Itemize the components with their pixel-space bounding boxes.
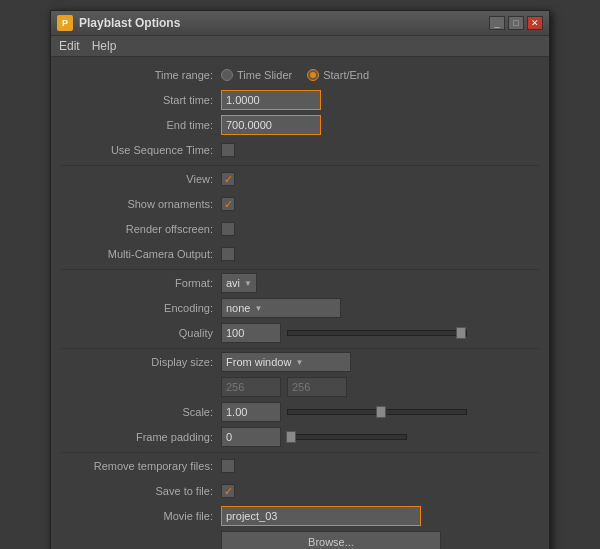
render-offscreen-row: Render offscreen:: [61, 219, 539, 239]
start-time-label: Start time:: [61, 94, 221, 106]
dimensions-inputs: [221, 377, 347, 397]
encoding-row: Encoding: none ▼: [61, 298, 539, 318]
encoding-dropdown[interactable]: none ▼: [221, 298, 341, 318]
quality-slider-container: [221, 323, 467, 343]
radio-start-end-label: Start/End: [323, 69, 369, 81]
render-offscreen-label: Render offscreen:: [61, 223, 221, 235]
menu-edit[interactable]: Edit: [59, 39, 80, 53]
format-row: Format: avi ▼: [61, 273, 539, 293]
time-range-radio-group: Time Slider Start/End: [221, 69, 369, 81]
close-window-button[interactable]: ✕: [527, 16, 543, 30]
movie-file-input[interactable]: [221, 506, 421, 526]
window-icon: P: [57, 15, 73, 31]
end-time-label: End time:: [61, 119, 221, 131]
quality-row: Quality: [61, 323, 539, 343]
time-range-row: Time range: Time Slider Start/End: [61, 65, 539, 85]
encoding-dropdown-arrow: ▼: [254, 304, 262, 313]
show-ornaments-row: Show ornaments: ✓: [61, 194, 539, 214]
encoding-label: Encoding:: [61, 302, 221, 314]
scale-slider-container: [221, 402, 467, 422]
frame-padding-container: [221, 427, 407, 447]
main-window: P Playblast Options _ □ ✕ Edit Help Time…: [50, 10, 550, 549]
browse-row: Browse...: [61, 531, 539, 549]
format-label: Format:: [61, 277, 221, 289]
multi-camera-row: Multi-Camera Output:: [61, 244, 539, 264]
separator-4: [61, 452, 539, 453]
quality-input[interactable]: [221, 323, 281, 343]
start-time-row: Start time:: [61, 90, 539, 110]
save-to-file-row: Save to file: ✓: [61, 481, 539, 501]
form-section: Time range: Time Slider Start/End Start …: [51, 57, 549, 549]
frame-padding-row: Frame padding:: [61, 427, 539, 447]
display-size-label: Display size:: [61, 356, 221, 368]
display-size-dropdown[interactable]: From window ▼: [221, 352, 351, 372]
display-size-dropdown-arrow: ▼: [295, 358, 303, 367]
radio-circle-time-slider: [221, 69, 233, 81]
movie-file-row: Movie file:: [61, 506, 539, 526]
minimize-button[interactable]: _: [489, 16, 505, 30]
frame-padding-input[interactable]: [221, 427, 281, 447]
remove-temp-checkbox[interactable]: [221, 459, 235, 473]
maximize-button[interactable]: □: [508, 16, 524, 30]
display-size-value: From window: [226, 356, 291, 368]
display-size-row: Display size: From window ▼: [61, 352, 539, 372]
scale-row: Scale:: [61, 402, 539, 422]
view-label: View:: [61, 173, 221, 185]
end-time-row: End time:: [61, 115, 539, 135]
window-title: Playblast Options: [79, 16, 180, 30]
separator-3: [61, 348, 539, 349]
use-seq-time-label: Use Sequence Time:: [61, 144, 221, 156]
format-dropdown-arrow: ▼: [244, 279, 252, 288]
menu-help[interactable]: Help: [92, 39, 117, 53]
title-left: P Playblast Options: [57, 15, 180, 31]
browse-button[interactable]: Browse...: [221, 531, 441, 549]
time-range-label: Time range:: [61, 69, 221, 81]
scale-label: Scale:: [61, 406, 221, 418]
frame-padding-slider-track[interactable]: [287, 434, 407, 440]
remove-temp-label: Remove temporary files:: [61, 460, 221, 472]
dimensions-row: [61, 377, 539, 397]
radio-time-slider-label: Time Slider: [237, 69, 292, 81]
frame-padding-slider-handle[interactable]: [286, 431, 296, 443]
multi-camera-checkbox[interactable]: [221, 247, 235, 261]
use-seq-time-row: Use Sequence Time:: [61, 140, 539, 160]
width-input[interactable]: [221, 377, 281, 397]
multi-camera-label: Multi-Camera Output:: [61, 248, 221, 260]
radio-start-end[interactable]: Start/End: [307, 69, 369, 81]
use-seq-time-checkbox[interactable]: [221, 143, 235, 157]
encoding-value: none: [226, 302, 250, 314]
menu-bar: Edit Help: [51, 36, 549, 57]
save-to-file-label: Save to file:: [61, 485, 221, 497]
show-ornaments-label: Show ornaments:: [61, 198, 221, 210]
movie-file-label: Movie file:: [61, 510, 221, 522]
quality-label: Quality: [61, 327, 221, 339]
format-dropdown[interactable]: avi ▼: [221, 273, 257, 293]
remove-temp-row: Remove temporary files:: [61, 456, 539, 476]
start-time-input[interactable]: [221, 90, 321, 110]
quality-slider-handle[interactable]: [456, 327, 466, 339]
radio-dot-start-end: [310, 72, 316, 78]
frame-padding-label: Frame padding:: [61, 431, 221, 443]
save-to-file-checkbox[interactable]: ✓: [221, 484, 235, 498]
separator-2: [61, 269, 539, 270]
format-value: avi: [226, 277, 240, 289]
quality-slider-track[interactable]: [287, 330, 467, 336]
radio-time-slider[interactable]: Time Slider: [221, 69, 292, 81]
end-time-input[interactable]: [221, 115, 321, 135]
render-offscreen-checkbox[interactable]: [221, 222, 235, 236]
view-checkbox[interactable]: ✓: [221, 172, 235, 186]
view-row: View: ✓: [61, 169, 539, 189]
scale-slider-handle[interactable]: [376, 406, 386, 418]
height-input[interactable]: [287, 377, 347, 397]
radio-circle-start-end: [307, 69, 319, 81]
scale-slider-track[interactable]: [287, 409, 467, 415]
show-ornaments-checkbox[interactable]: ✓: [221, 197, 235, 211]
scale-input[interactable]: [221, 402, 281, 422]
title-buttons: _ □ ✕: [489, 16, 543, 30]
title-bar: P Playblast Options _ □ ✕: [51, 11, 549, 36]
separator-1: [61, 165, 539, 166]
